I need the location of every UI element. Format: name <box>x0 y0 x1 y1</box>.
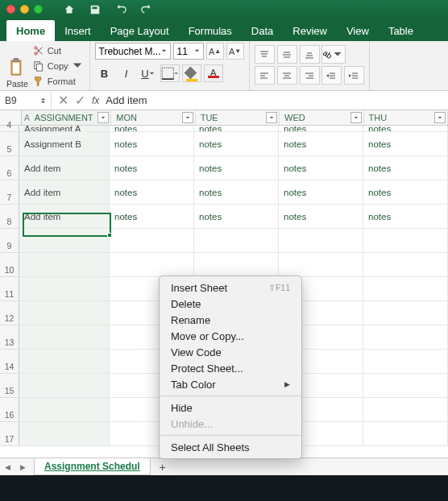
borders-button[interactable] <box>160 64 180 82</box>
tab-view[interactable]: View <box>337 20 379 41</box>
align-bottom-button[interactable] <box>300 45 320 64</box>
sheet-tab[interactable]: Assignment Schedul <box>34 458 151 475</box>
orientation-button[interactable]: ab <box>321 45 346 64</box>
increase-font-button[interactable]: A▲ <box>206 43 224 60</box>
decrease-indent-button[interactable] <box>321 66 342 85</box>
table-row[interactable] <box>19 253 448 277</box>
row-header[interactable]: 16 <box>0 398 19 422</box>
menu-tab-color[interactable]: Tab Color▶ <box>160 376 301 392</box>
table-row[interactable]: Assignment A notes notes notes notes <box>19 126 448 132</box>
status-bar <box>0 475 448 501</box>
tab-page-layout[interactable]: Page Layout <box>101 20 179 41</box>
font-name-combo[interactable]: Trebuchet M... <box>95 43 171 60</box>
paste-button[interactable]: Paste <box>5 43 30 89</box>
row-header[interactable]: 13 <box>0 325 19 350</box>
align-middle-button[interactable] <box>277 45 297 64</box>
format-painter-button[interactable]: Format <box>31 74 85 89</box>
fill-color-button[interactable] <box>182 64 201 82</box>
table-row[interactable]: Add item notes notes notes notes <box>19 205 448 229</box>
filter-button[interactable] <box>351 112 362 123</box>
row-header[interactable]: 12 <box>0 301 19 325</box>
table-row[interactable]: Add item notes notes notes notes <box>19 180 448 205</box>
group-clipboard: Paste Cut Copy Format <box>0 41 90 90</box>
col-header-wed[interactable]: WED <box>280 110 363 125</box>
menu-rename[interactable]: Rename <box>160 312 301 328</box>
col-header-mon[interactable]: MON <box>111 110 195 125</box>
menu-move-copy[interactable]: Move or Copy... <box>160 328 301 344</box>
menu-delete[interactable]: Delete <box>160 296 301 312</box>
save-icon[interactable] <box>89 4 101 15</box>
table-row[interactable] <box>19 229 448 253</box>
align-top-button[interactable] <box>255 45 275 64</box>
row-header[interactable]: 7 <box>0 180 19 205</box>
tab-review[interactable]: Review <box>283 20 337 41</box>
italic-button[interactable]: I <box>117 64 136 82</box>
svg-rect-2 <box>13 63 20 74</box>
redo-icon[interactable] <box>141 4 152 15</box>
row-header[interactable]: 5 <box>0 132 19 156</box>
chevron-down-icon <box>72 60 83 72</box>
cut-button[interactable]: Cut <box>31 43 85 58</box>
decrease-font-button[interactable]: A▼ <box>226 43 244 60</box>
ribbon: Paste Cut Copy Format Trebuchet M... <box>0 41 448 91</box>
name-box[interactable]: B9 <box>0 91 52 110</box>
row-header[interactable]: 17 <box>0 422 19 446</box>
menu-view-code[interactable]: View Code <box>160 344 301 360</box>
row-header[interactable]: 9 <box>0 229 19 253</box>
namebox-stepper[interactable] <box>40 97 46 105</box>
row-header[interactable]: 4 <box>0 126 19 132</box>
tab-formulas[interactable]: Formulas <box>179 20 242 41</box>
accept-formula-button[interactable]: ✓ <box>75 93 85 108</box>
table-row[interactable]: Add item notes notes notes notes <box>19 156 448 180</box>
menu-unhide: Unhide... <box>160 416 301 432</box>
window-close-button[interactable] <box>6 5 15 14</box>
row-header[interactable]: 6 <box>0 156 19 180</box>
table-row[interactable]: Assignment B notes notes notes notes <box>19 132 448 156</box>
col-header-thu[interactable]: THU <box>364 110 448 125</box>
row-header[interactable]: 11 <box>0 277 19 301</box>
sheet-nav-prev-button[interactable]: ◀ <box>0 458 15 475</box>
bold-button[interactable]: B <box>95 64 114 82</box>
row-header[interactable]: 8 <box>0 205 19 229</box>
tab-home[interactable]: Home <box>6 20 55 41</box>
filter-button[interactable] <box>266 112 277 123</box>
row-header[interactable]: 10 <box>0 253 19 277</box>
home-icon[interactable] <box>64 4 75 15</box>
chevron-down-icon <box>161 48 167 54</box>
align-right-button[interactable] <box>300 66 320 85</box>
tab-table[interactable]: Table <box>379 20 423 41</box>
menu-hide[interactable]: Hide <box>160 400 301 416</box>
window-zoom-button[interactable] <box>34 5 43 14</box>
col-header-tue[interactable]: TUE <box>196 110 280 125</box>
filter-button[interactable] <box>97 112 109 123</box>
formula-input[interactable]: Add item <box>106 94 147 106</box>
tab-data[interactable]: Data <box>242 20 283 41</box>
border-icon <box>161 67 175 81</box>
sheet-tab-bar: ◀ ▶ Assignment Schedul + <box>0 458 448 475</box>
fx-label[interactable]: fx <box>92 95 99 106</box>
row-header[interactable]: 15 <box>0 374 19 398</box>
menu-protect-sheet[interactable]: Protect Sheet... <box>160 360 301 376</box>
align-left-button[interactable] <box>255 66 275 85</box>
font-size-combo[interactable]: 11 <box>173 43 204 60</box>
row-header[interactable]: 14 <box>0 350 19 374</box>
filter-button[interactable] <box>182 112 193 123</box>
underline-button[interactable]: U <box>139 64 158 82</box>
formula-bar: B9 ✕ ✓ fx Add item <box>0 91 448 110</box>
col-header-assignment[interactable]: A ASSIGNMENT <box>22 110 111 125</box>
window-minimize-button[interactable] <box>20 5 29 14</box>
menu-insert-sheet[interactable]: Insert Sheet⇧F11 <box>160 279 301 296</box>
menu-select-all-sheets[interactable]: Select All Sheets <box>160 439 301 455</box>
cancel-formula-button[interactable]: ✕ <box>58 93 68 108</box>
filter-button[interactable] <box>434 112 446 123</box>
scissors-icon <box>33 45 44 56</box>
sheet-nav-next-button[interactable]: ▶ <box>15 458 31 475</box>
align-center-button[interactable] <box>277 66 297 85</box>
undo-icon[interactable] <box>115 4 127 15</box>
font-color-button[interactable]: A <box>204 64 223 82</box>
tab-insert[interactable]: Insert <box>55 20 101 41</box>
add-sheet-button[interactable]: + <box>154 458 172 475</box>
copy-button[interactable]: Copy <box>31 59 85 73</box>
increase-indent-button[interactable] <box>344 66 364 85</box>
column-headers: A ASSIGNMENT MON TUE WED THU <box>0 110 448 126</box>
